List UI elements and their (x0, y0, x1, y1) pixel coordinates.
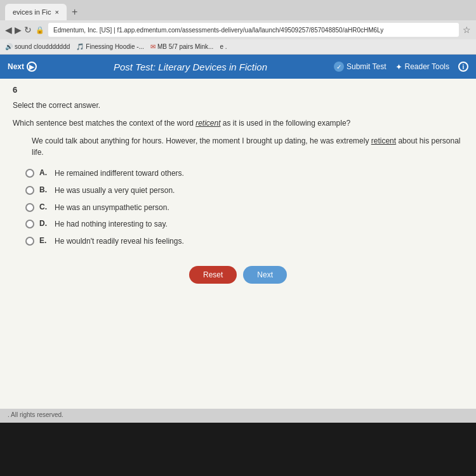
submit-test-button[interactable]: ✓ Submit Test (334, 62, 386, 72)
address-url: f1.app.edmentum.com/assessments-delivery… (117, 27, 383, 34)
refresh-icon[interactable]: ↻ (24, 25, 32, 35)
reader-tools-label: Reader Tools (405, 62, 450, 71)
bookmark-label-0: sound clouddddddd (15, 43, 70, 50)
bookmark-label-2: MB 5/7 pairs Mink... (157, 43, 213, 50)
active-tab[interactable]: evices in Fic × (5, 4, 67, 20)
submit-test-label: Submit Test (347, 62, 386, 71)
bookmark-1[interactable]: 🎵 Finessing Hoodie -... (76, 43, 144, 50)
radio-e[interactable] (25, 237, 34, 246)
letter-a: A. (39, 168, 50, 177)
footer: . All rights reserved. (0, 409, 476, 423)
reticent-underlined: reticent (371, 136, 396, 145)
bookmarks-bar: 🔊 sound clouddddddd 🎵 Finessing Hoodie -… (0, 39, 476, 55)
star-icon[interactable]: ☆ (463, 25, 471, 35)
address-bar-row: ◀ ▶ ↻ 🔒 Edmentum, Inc. [US] | f1.app.edm… (0, 20, 476, 39)
text-c: He was an unsympathetic person. (55, 202, 169, 213)
tab-bar: evices in Fic × + (0, 0, 476, 20)
reset-button[interactable]: Reset (189, 266, 237, 284)
page-title: Post Test: Literary Devices in Fiction (47, 62, 334, 72)
next-circle-icon: ▶ (27, 62, 37, 72)
letter-c: C. (39, 202, 50, 211)
letter-d: D. (39, 219, 50, 228)
radio-d[interactable] (25, 220, 34, 228)
bookmark-label-1: Finessing Hoodie -... (86, 43, 144, 50)
lock-icon: 🔒 (36, 26, 44, 34)
bookmark-2[interactable]: ✉ MB 5/7 pairs Mink... (150, 43, 213, 50)
nav-right: ✓ Submit Test ✦ Reader Tools i (334, 62, 468, 72)
radio-b[interactable] (25, 186, 34, 195)
bookmark-0[interactable]: 🔊 sound clouddddddd (5, 43, 70, 50)
example-text: We could talk about anything for hours. … (32, 135, 463, 158)
text-d: He had nothing interesting to say. (55, 219, 168, 230)
mail-icon-2: ✉ (150, 43, 155, 50)
reader-tools-button[interactable]: ✦ Reader Tools (395, 62, 450, 72)
text-e: He wouldn't readily reveal his feelings. (55, 236, 184, 247)
nav-controls: ◀ ▶ ↻ (5, 25, 32, 35)
option-c[interactable]: C. He was an unsympathetic person. (25, 202, 463, 213)
radio-a[interactable] (25, 169, 34, 178)
app-wrapper: Next ▶ Post Test: Literary Devices in Fi… (0, 55, 476, 423)
address-box[interactable]: Edmentum, Inc. [US] | f1.app.edmentum.co… (48, 23, 459, 37)
top-nav: Next ▶ Post Test: Literary Devices in Fi… (0, 55, 476, 79)
reticent-word: reticent (195, 119, 220, 128)
tab-close-icon[interactable]: × (55, 8, 59, 16)
back-icon[interactable]: ◀ (5, 25, 12, 35)
option-b[interactable]: B. He was usually a very quiet person. (25, 185, 463, 196)
letter-e: E. (39, 236, 50, 245)
music-icon-1: 🎵 (76, 43, 84, 50)
info-icon[interactable]: i (458, 62, 468, 72)
site-name: Edmentum, Inc. [US] (53, 27, 112, 34)
next-label: Next (8, 62, 24, 71)
bookmark-star-icon: ✦ (395, 62, 402, 72)
nav-next-button[interactable]: Next ▶ (8, 62, 37, 72)
bookmark-3[interactable]: e . (220, 43, 227, 50)
option-d[interactable]: D. He had nothing interesting to say. (25, 219, 463, 230)
tab-label: evices in Fic (13, 8, 51, 16)
text-a: He remained indifferent toward others. (55, 168, 184, 179)
button-row: Reset Next (13, 266, 463, 284)
footer-text: . All rights reserved. (8, 411, 63, 418)
answer-options: A. He remained indifferent toward others… (25, 168, 463, 247)
option-a[interactable]: A. He remained indifferent toward others… (25, 168, 463, 179)
bookmark-label-3: e . (220, 43, 227, 50)
forward-icon[interactable]: ▶ (15, 25, 22, 35)
browser-chrome: evices in Fic × + ◀ ▶ ↻ 🔒 Edmentum, Inc.… (0, 0, 476, 55)
address-separator: | (112, 27, 117, 34)
checkmark-icon: ✓ (334, 62, 344, 72)
question-text: Which sentence best matches the context … (13, 117, 463, 129)
next-button[interactable]: Next (243, 266, 287, 284)
radio-c[interactable] (25, 203, 34, 212)
main-content: 6 Select the correct answer. Which sente… (0, 79, 476, 409)
option-e[interactable]: E. He wouldn't readily reveal his feelin… (25, 236, 463, 247)
letter-b: B. (39, 185, 50, 194)
bookmark-icon-0: 🔊 (5, 43, 13, 50)
question-number: 6 (13, 85, 463, 95)
new-tab-button[interactable]: + (72, 6, 77, 18)
instruction-text: Select the correct answer. (13, 101, 463, 110)
text-b: He was usually a very quiet person. (55, 185, 175, 196)
